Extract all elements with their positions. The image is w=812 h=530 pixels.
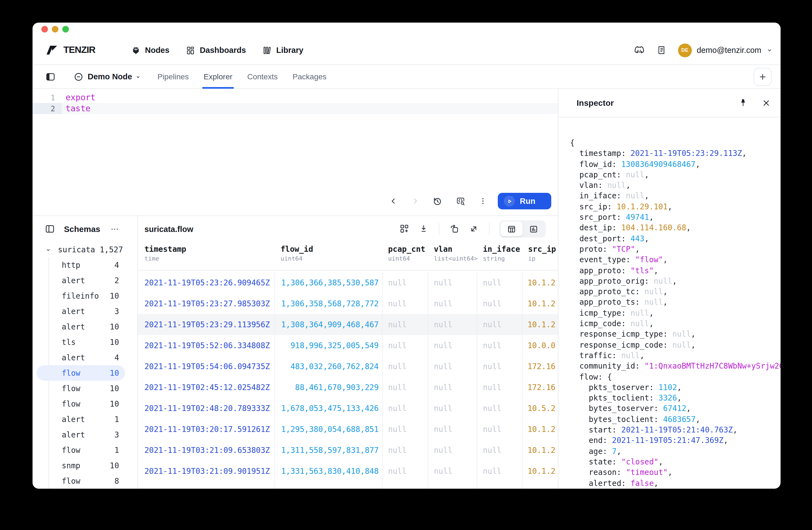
cell-value: null xyxy=(483,425,502,433)
column-type: list<uint64> xyxy=(434,255,477,262)
schema-item-alert[interactable]: alert3 xyxy=(32,427,137,442)
schema-item-alert[interactable]: alert4 xyxy=(32,350,137,365)
cell-value: null xyxy=(434,299,452,308)
code-search-button[interactable] xyxy=(455,196,466,206)
chart-view-button[interactable] xyxy=(523,221,545,236)
column-header-src_ip[interactable]: src_ipip xyxy=(523,242,558,270)
avatar[interactable]: DE xyxy=(678,43,692,57)
inspector-line: pkts_toclient: 3326, xyxy=(559,393,781,403)
table-row[interactable]: 2021-11-19T03:21:09.653803Z1,311,558,597… xyxy=(138,440,558,460)
schema-item-alert[interactable]: alert2 xyxy=(32,273,137,288)
column-header-vlan[interactable]: vlanlist<uint64> xyxy=(428,242,477,270)
schema-item-flow[interactable]: flow10 xyxy=(37,365,125,381)
table-row[interactable]: 2021-11-19T05:23:26.909465Z1,306,366,385… xyxy=(138,272,558,293)
table-cell: null xyxy=(382,460,428,482)
copy-to-pipeline-button[interactable] xyxy=(449,224,460,234)
nav-item-library[interactable]: Library xyxy=(262,45,303,55)
table-view-button[interactable] xyxy=(501,221,523,236)
nav-item-dashboards[interactable]: Dashboards xyxy=(186,45,246,55)
table-row[interactable]: 2021-11-19T02:45:12.025482Z88,461,670,90… xyxy=(138,377,558,398)
table-row[interactable]: 2021-11-19T05:23:27.985303Z1,306,358,568… xyxy=(138,293,558,314)
table-row[interactable]: 2021-11-19T02:48:20.789333Z1,678,053,475… xyxy=(138,398,558,419)
cell-value: 2021-11-19T03:21:09.901951Z xyxy=(144,467,270,475)
window-close-button[interactable] xyxy=(41,26,48,32)
window-minimize-button[interactable] xyxy=(52,26,58,32)
schema-item-alert[interactable]: alert3 xyxy=(32,304,137,319)
cell-value: null xyxy=(483,404,502,413)
schema-item-flow[interactable]: flow8 xyxy=(32,473,137,489)
schema-item-alert[interactable]: alert10 xyxy=(32,319,137,335)
schemas-sidebar: Schemas suricata 1,527 xyxy=(32,216,138,489)
cell-value: 172.16 xyxy=(527,383,555,392)
json-key: reason: xyxy=(589,468,621,476)
account-email[interactable]: demo@tenzir.com xyxy=(697,46,761,55)
query-history-button[interactable] xyxy=(432,196,443,206)
json-key: src_port: xyxy=(579,213,621,221)
nav-item-nodes[interactable]: Nodes xyxy=(131,45,170,55)
more-options-button[interactable] xyxy=(478,197,487,206)
tab-explorer[interactable]: Explorer xyxy=(203,65,233,88)
schema-item-fileinfo[interactable]: fileinfo10 xyxy=(32,288,137,304)
column-header-pcap_cnt[interactable]: pcap_cntuint64 xyxy=(382,242,428,270)
table-row[interactable]: 2021-11-19T05:54:06.094735Z483,032,260,7… xyxy=(138,356,558,377)
expand-button[interactable] xyxy=(468,224,479,234)
tab-contexts[interactable]: Contexts xyxy=(247,65,278,88)
cell-value: null xyxy=(434,320,452,329)
inspector-line: icmp_code: null, xyxy=(559,319,781,329)
column-header-timestamp[interactable]: timestamptime xyxy=(138,242,275,270)
pipeline-editor[interactable]: 1 export 2 taste xyxy=(32,89,558,216)
column-header-flow_id[interactable]: flow_iduint64 xyxy=(275,242,382,270)
json-value: "closed" xyxy=(621,457,658,466)
schemas-menu-button[interactable] xyxy=(110,224,119,233)
schema-item-flow[interactable]: flow10 xyxy=(32,381,137,396)
discord-button[interactable] xyxy=(633,44,645,56)
table-cell: null xyxy=(382,398,428,419)
editor-line-active[interactable]: 2 taste xyxy=(32,103,558,114)
sidebar-toggle-icon[interactable] xyxy=(45,71,56,82)
json-value: null xyxy=(672,330,691,339)
tab-pipelines[interactable]: Pipelines xyxy=(157,65,189,88)
cell-value: null xyxy=(483,341,502,350)
node-selector[interactable]: Demo Node xyxy=(88,72,132,81)
table-row[interactable]: 2021-11-19T03:20:17.591261Z1,295,380,054… xyxy=(138,419,558,440)
cell-value: 2021-11-19T03:21:09.653803Z xyxy=(144,446,270,455)
column-header-in_iface[interactable]: in_ifacestring xyxy=(477,242,523,270)
table-row[interactable]: 2021-11-19T03:21:09.901951Z1,331,563,830… xyxy=(138,460,558,482)
run-button[interactable]: Run xyxy=(498,193,551,209)
window-zoom-button[interactable] xyxy=(62,26,69,32)
pin-button[interactable] xyxy=(738,98,748,108)
node-chevron-down-icon[interactable] xyxy=(135,74,141,79)
table-row[interactable]: 2021-11-19T05:23:29.113956Z1,308,364,909… xyxy=(138,314,558,335)
table-cell: null xyxy=(382,272,428,293)
schema-item-http[interactable]: http4 xyxy=(32,257,137,273)
chevron-right-icon xyxy=(411,197,420,206)
account-chevron-down-icon[interactable] xyxy=(766,47,773,54)
download-button[interactable] xyxy=(418,224,429,234)
docs-button[interactable] xyxy=(656,45,666,55)
schema-item-alert[interactable]: alert1 xyxy=(32,412,137,427)
new-tab-button[interactable] xyxy=(754,68,772,86)
editor-line[interactable]: 1 export xyxy=(32,92,558,103)
history-forward-button[interactable] xyxy=(411,197,420,206)
schema-item-flow[interactable]: flow1 xyxy=(32,442,137,458)
inspector-line: dest_port: 443, xyxy=(559,233,781,244)
add-pipeline-step-button[interactable] xyxy=(399,224,410,234)
close-button[interactable] xyxy=(761,98,771,108)
panel-icon[interactable] xyxy=(45,224,55,234)
schema-root[interactable]: suricata 1,527 xyxy=(32,242,137,257)
table-cell: null xyxy=(477,460,523,482)
schema-item-flow[interactable]: flow10 xyxy=(32,396,137,412)
history-back-button[interactable] xyxy=(389,197,398,206)
tab-packages[interactable]: Packages xyxy=(292,65,327,88)
table-row[interactable]: 2021-11-19T05:52:06.334808Z918,996,325,0… xyxy=(138,335,558,356)
json-value: null xyxy=(644,298,663,307)
json-key: age: xyxy=(589,446,607,455)
schema-name: tls xyxy=(62,338,76,347)
tenzir-logo[interactable]: TENZIR xyxy=(44,45,117,56)
cell-value: null xyxy=(483,383,502,392)
run-label: Run xyxy=(520,197,535,206)
play-icon xyxy=(504,195,515,207)
schema-item-tls[interactable]: tls10 xyxy=(32,335,137,350)
schema-item-snmp[interactable]: snmp10 xyxy=(32,458,137,473)
inspector-line: pkts_toserver: 1102, xyxy=(559,382,781,393)
